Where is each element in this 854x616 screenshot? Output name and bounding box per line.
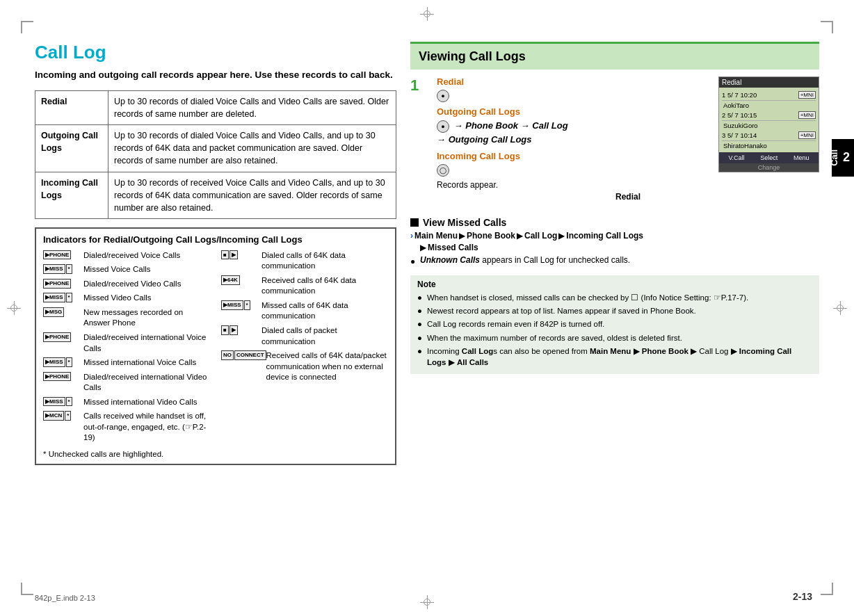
missed-nav-path: › Main Menu ▶ Phone Book ▶ Call Log ▶ In…	[410, 231, 819, 241]
page-number: 2-13	[793, 591, 812, 602]
step-number: 1	[410, 76, 430, 202]
indicator-text: Missed international Voice Calls	[83, 357, 210, 368]
indicator-row: ▶MISS*Missed Voice Calls	[43, 264, 210, 275]
arrow3: →	[437, 134, 449, 145]
indicators-title: Indicators for Redial/Outgoing Call Logs…	[43, 234, 388, 245]
table-label-cell: Redial	[35, 90, 108, 124]
screen-row-2-name: SuzukiGoro	[722, 121, 816, 130]
note-bullet-icon: ●	[417, 305, 424, 316]
table-label-cell: Incoming Call Logs	[35, 172, 108, 218]
indicator-text: Received calls of 64K data/packet commun…	[266, 350, 388, 383]
indicator-text: Dialed calls of 64K data communication	[261, 250, 388, 272]
tab-text: Call	[829, 149, 839, 166]
note-item: ●When handset is closed, missed calls ca…	[417, 292, 812, 303]
main-menu-text: Main Menu	[414, 231, 458, 241]
indicator-icon: ■▶	[221, 250, 261, 260]
indicator-row: ▶PHONEDialed/received Voice Calls	[43, 250, 210, 261]
indicator-row: ▶PHONEDialed/received international Voic…	[43, 332, 210, 354]
indicator-text: Missed international Video Calls	[83, 397, 210, 408]
unchecked-note: * Unchecked calls are highlighted.	[43, 450, 388, 458]
note-item-text: Incoming Call Logs can also be opened fr…	[427, 346, 812, 368]
indicator-row: NOCONNECTReceived calls of 64K data/pack…	[221, 350, 388, 383]
screen-row-1-tag: +MNI	[798, 91, 816, 99]
indicator-icon: ▶PHONE	[43, 372, 83, 382]
screen-row-1-name: AokiTaro	[722, 101, 816, 110]
screen-row-2-num: 2 5/ 7 10:15	[722, 111, 757, 119]
right-column: Viewing Call Logs 1 Redial 1 5/ 7 10:20 …	[410, 42, 819, 581]
indicator-text: Missed Voice Calls	[83, 264, 210, 275]
indicator-text: Calls received while handset is off, out…	[83, 411, 210, 444]
screen-header-text: Redial	[722, 79, 741, 86]
indicator-icon: ▶64K	[221, 275, 261, 285]
step-content: Redial 1 5/ 7 10:20 +MNI AokiTaro 2 5/ 7…	[437, 76, 819, 202]
missed-header: View Missed Calls	[410, 217, 819, 228]
note-item-text: When handset is closed, missed calls can…	[427, 292, 748, 303]
unknown-calls-text: Unknown Calls appears in Call Log for un…	[420, 254, 630, 266]
unknown-calls-item: ● Unknown Calls appears in Call Log for …	[410, 254, 819, 268]
indicator-row: ▶MCN*Calls received while handset is off…	[43, 411, 210, 444]
indicator-icon: NOCONNECT	[221, 350, 266, 360]
indicator-row: ▶MISS*Missed calls of 64K data communica…	[221, 300, 388, 322]
page-number-text: 2-13	[793, 591, 812, 602]
outgoing-button-icon: ●	[437, 120, 449, 133]
incoming-nav: Incoming Call Logs	[566, 231, 643, 241]
reg-mark-left	[7, 301, 21, 315]
note-item-text: Call Log records remain even if 842P is …	[427, 318, 604, 330]
footer-menu: Menu	[793, 154, 809, 161]
main-table: RedialUp to 30 records of dialed Voice C…	[35, 90, 396, 219]
indicator-icon: ▶MISS*	[221, 300, 261, 310]
note-bullet-icon: ●	[417, 332, 424, 343]
note-bullet-icon: ●	[417, 292, 424, 303]
note-items: ●When handset is closed, missed calls ca…	[417, 292, 812, 368]
footer-select: Select	[760, 154, 778, 161]
missed-section: View Missed Calls › Main Menu ▶ Phone Bo…	[410, 217, 819, 270]
note-bullet-icon: ●	[417, 346, 424, 357]
indicator-text: Missed calls of 64K data communication	[261, 300, 388, 322]
screen-row-2: 2 5/ 7 10:15 +MNI	[722, 110, 816, 121]
note-bullet-icon: ●	[417, 318, 424, 330]
phonebook-text: Phone Book	[465, 120, 518, 131]
indicator-icon: ▶MCN*	[43, 411, 83, 421]
indicator-row: ▶PHONEDialed/received international Vide…	[43, 372, 210, 394]
indicator-icon: ■▶	[221, 325, 261, 335]
indicator-text: Dialed/received Voice Calls	[83, 250, 210, 261]
redial-icon: ●	[437, 90, 449, 102]
indicator-row: ▶MSGNew messages recorded on Answer Phon…	[43, 307, 210, 329]
screen-row-3: 3 5/ 7 10:14 +MNI	[722, 130, 816, 141]
outgoing-calllog-text: Outgoing Call Logs	[449, 134, 532, 145]
screen-row-3-tag: +MNI	[798, 131, 816, 139]
nav-arrow2: ▶	[517, 231, 523, 241]
page-content: Call Log Incoming and outgoing call reco…	[35, 42, 819, 581]
indicator-row: ▶MISS*Missed international Voice Calls	[43, 357, 210, 368]
nav-arrow4: ▶	[420, 243, 426, 252]
indicator-row: ▶PHONEDialed/received Video Calls	[43, 279, 210, 290]
black-square-icon	[410, 218, 419, 227]
indicators-left: ▶PHONEDialed/received Voice Calls▶MISS*M…	[43, 250, 210, 447]
corner-mark-br	[821, 583, 833, 595]
indicator-text: Dialed/received international Video Call…	[83, 372, 210, 394]
note-item: ●Newest record appears at top of list. N…	[417, 305, 812, 316]
corner-mark-bl	[21, 583, 33, 595]
indicator-icon: ▶MISS*	[43, 293, 83, 302]
indicator-icon: ▶MSG	[43, 307, 83, 317]
footer-vcall: V.Call	[728, 154, 744, 161]
screen-row-2-tag: +MNI	[798, 111, 816, 119]
indicator-text: Missed Video Calls	[83, 293, 210, 304]
records-appear: Records appear.	[437, 180, 819, 190]
screen-caption: Redial	[437, 192, 819, 202]
reg-mark-bottom	[420, 595, 434, 609]
reg-mark-right	[833, 301, 847, 315]
screen-row-1: 1 5/ 7 10:20 +MNI	[722, 90, 816, 101]
calllog-nav: Call Log	[524, 231, 557, 241]
indicator-icon: ▶PHONE	[43, 332, 83, 342]
note-item: ●When the maximum number of records are …	[417, 332, 812, 343]
nav-arrow1: ▶	[459, 231, 465, 241]
screen-row-1-num: 1 5/ 7 10:20	[722, 91, 757, 99]
screen-change: Change	[719, 163, 819, 172]
indicator-row: ■▶Dialed calls of packet communication	[221, 325, 388, 347]
screen-row-3-num: 3 5/ 7 10:14	[722, 131, 757, 139]
note-item: ●Call Log records remain even if 842P is…	[417, 318, 812, 330]
arrow1: →	[454, 120, 466, 131]
table-content-cell: Up to 30 records of received Voice Calls…	[108, 172, 396, 218]
missed-calls-nav: ▶ Missed Calls	[410, 243, 819, 252]
